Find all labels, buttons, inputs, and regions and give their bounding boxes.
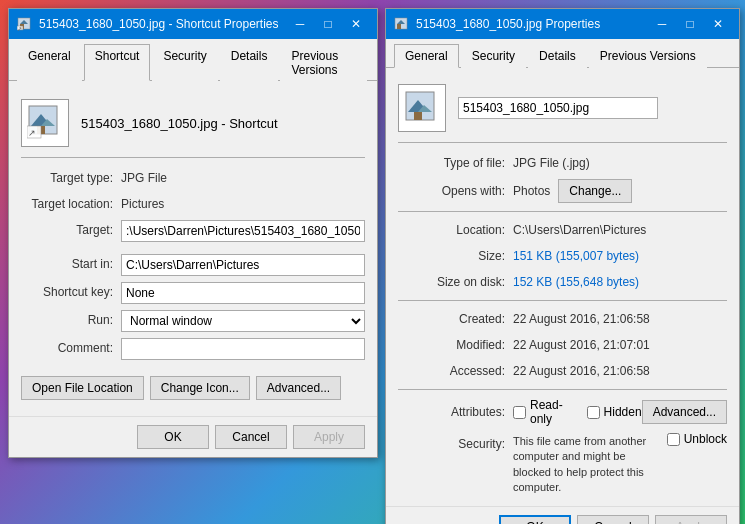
target-location-label: Target location: bbox=[21, 194, 121, 214]
accessed-row: Accessed: 22 August 2016, 21:06:58 bbox=[398, 361, 727, 381]
right-tabs: General Security Details Previous Versio… bbox=[386, 39, 739, 68]
accessed-value: 22 August 2016, 21:06:58 bbox=[513, 361, 727, 381]
open-file-location-btn[interactable]: Open File Location bbox=[21, 376, 144, 400]
security-label: Security: bbox=[398, 434, 513, 454]
created-label: Created: bbox=[398, 309, 513, 329]
svg-rect-17 bbox=[414, 112, 422, 120]
left-titlebar: ↗ 515403_1680_1050.jpg - Shortcut Proper… bbox=[9, 9, 377, 39]
size-on-disk-row: Size on disk: 152 KB (155,648 bytes) bbox=[398, 272, 727, 292]
modified-row: Modified: 22 August 2016, 21:07:01 bbox=[398, 335, 727, 355]
right-content: Type of file: JPG File (.jpg) Opens with… bbox=[386, 68, 739, 506]
left-window-controls: ─ □ ✕ bbox=[287, 13, 369, 35]
created-row: Created: 22 August 2016, 21:06:58 bbox=[398, 309, 727, 329]
unblock-checkbox[interactable] bbox=[667, 433, 680, 446]
target-input[interactable] bbox=[121, 220, 365, 242]
right-window-title: 515403_1680_1050.jpg Properties bbox=[416, 17, 649, 31]
tab-details-left[interactable]: Details bbox=[220, 44, 279, 81]
tab-details-right[interactable]: Details bbox=[528, 44, 587, 68]
svg-text:↗: ↗ bbox=[28, 128, 36, 138]
tab-general-left[interactable]: General bbox=[17, 44, 82, 81]
right-file-icon bbox=[398, 84, 446, 132]
right-file-title-input[interactable] bbox=[458, 97, 658, 119]
comment-row: Comment: bbox=[21, 338, 365, 360]
hidden-checkbox[interactable] bbox=[587, 406, 600, 419]
left-tabs: General Shortcut Security Details Previo… bbox=[9, 39, 377, 81]
size-value: 151 KB (155,007 bytes) bbox=[513, 246, 727, 266]
modified-label: Modified: bbox=[398, 335, 513, 355]
target-type-label: Target type: bbox=[21, 168, 121, 188]
left-file-icon: ↗ bbox=[21, 99, 69, 147]
security-row: Security: This file came from another co… bbox=[398, 432, 727, 496]
change-opens-with-btn[interactable]: Change... bbox=[558, 179, 632, 203]
comment-input[interactable] bbox=[121, 338, 365, 360]
right-minimize-btn[interactable]: ─ bbox=[649, 13, 675, 35]
size-label: Size: bbox=[398, 246, 513, 266]
opens-with-label: Opens with: bbox=[398, 181, 513, 201]
start-in-label: Start in: bbox=[21, 254, 121, 274]
left-title-icon: ↗ bbox=[17, 16, 33, 32]
advanced-btn-left[interactable]: Advanced... bbox=[256, 376, 341, 400]
ok-btn-right[interactable]: OK bbox=[499, 515, 571, 524]
tab-security-left[interactable]: Security bbox=[152, 44, 217, 81]
left-file-header: ↗ 515403_1680_1050.jpg - Shortcut bbox=[21, 91, 365, 158]
advanced-btn-right[interactable]: Advanced... bbox=[642, 400, 727, 424]
right-window-controls: ─ □ ✕ bbox=[649, 13, 731, 35]
opens-with-value: Photos bbox=[513, 181, 550, 201]
unblock-area: Unblock bbox=[667, 432, 727, 446]
location-label: Location: bbox=[398, 220, 513, 240]
target-location-row: Target location: Pictures bbox=[21, 194, 365, 214]
opens-with-row: Opens with: Photos Change... bbox=[398, 179, 727, 203]
readonly-label: Read-only bbox=[530, 398, 575, 426]
ok-btn-left[interactable]: OK bbox=[137, 425, 209, 449]
left-maximize-btn[interactable]: □ bbox=[315, 13, 341, 35]
left-minimize-btn[interactable]: ─ bbox=[287, 13, 313, 35]
target-type-row: Target type: JPG File bbox=[21, 168, 365, 188]
unblock-label: Unblock bbox=[684, 432, 727, 446]
shortcut-key-input[interactable] bbox=[121, 282, 365, 304]
left-bottom-buttons: OK Cancel Apply bbox=[9, 416, 377, 457]
type-of-file-row: Type of file: JPG File (.jpg) bbox=[398, 153, 727, 173]
hidden-checkbox-group: Hidden bbox=[587, 405, 642, 419]
svg-rect-13 bbox=[397, 24, 401, 29]
start-in-input[interactable] bbox=[121, 254, 365, 276]
right-titlebar: 515403_1680_1050.jpg Properties ─ □ ✕ bbox=[386, 9, 739, 39]
modified-value: 22 August 2016, 21:07:01 bbox=[513, 335, 727, 355]
apply-btn-right[interactable]: Apply bbox=[655, 515, 727, 524]
left-file-title: 515403_1680_1050.jpg - Shortcut bbox=[81, 116, 278, 131]
run-select[interactable]: Normal window bbox=[121, 310, 365, 332]
tab-general-right[interactable]: General bbox=[394, 44, 459, 68]
hidden-label: Hidden bbox=[604, 405, 642, 419]
tab-security-right[interactable]: Security bbox=[461, 44, 526, 68]
shortcut-properties-window: ↗ 515403_1680_1050.jpg - Shortcut Proper… bbox=[8, 8, 378, 458]
right-file-header bbox=[398, 76, 727, 143]
right-close-btn[interactable]: ✕ bbox=[705, 13, 731, 35]
attributes-row: Attributes: Read-only Hidden Advanced... bbox=[398, 398, 727, 426]
left-content: ↗ 515403_1680_1050.jpg - Shortcut Target… bbox=[9, 81, 377, 416]
tab-previous-versions-right[interactable]: Previous Versions bbox=[589, 44, 707, 68]
target-location-value: Pictures bbox=[121, 194, 365, 214]
attributes-label: Attributes: bbox=[398, 402, 513, 422]
tab-shortcut[interactable]: Shortcut bbox=[84, 44, 151, 81]
run-label: Run: bbox=[21, 310, 121, 330]
left-close-btn[interactable]: ✕ bbox=[343, 13, 369, 35]
change-icon-btn[interactable]: Change Icon... bbox=[150, 376, 250, 400]
type-of-file-value: JPG File (.jpg) bbox=[513, 153, 727, 173]
run-row: Run: Normal window bbox=[21, 310, 365, 332]
target-row: Target: bbox=[21, 220, 365, 242]
right-title-icon bbox=[394, 16, 410, 32]
apply-btn-left[interactable]: Apply bbox=[293, 425, 365, 449]
cancel-btn-left[interactable]: Cancel bbox=[215, 425, 287, 449]
cancel-btn-right[interactable]: Cancel bbox=[577, 515, 649, 524]
readonly-checkbox-group: Read-only bbox=[513, 398, 575, 426]
size-row: Size: 151 KB (155,007 bytes) bbox=[398, 246, 727, 266]
target-type-value: JPG File bbox=[121, 168, 365, 188]
tab-previous-versions-left[interactable]: Previous Versions bbox=[280, 44, 367, 81]
shortcut-key-row: Shortcut key: bbox=[21, 282, 365, 304]
created-value: 22 August 2016, 21:06:58 bbox=[513, 309, 727, 329]
readonly-checkbox[interactable] bbox=[513, 406, 526, 419]
svg-text:↗: ↗ bbox=[17, 26, 22, 32]
shortcut-key-label: Shortcut key: bbox=[21, 282, 121, 302]
type-of-file-label: Type of file: bbox=[398, 153, 513, 173]
right-maximize-btn[interactable]: □ bbox=[677, 13, 703, 35]
target-label: Target: bbox=[21, 220, 121, 240]
